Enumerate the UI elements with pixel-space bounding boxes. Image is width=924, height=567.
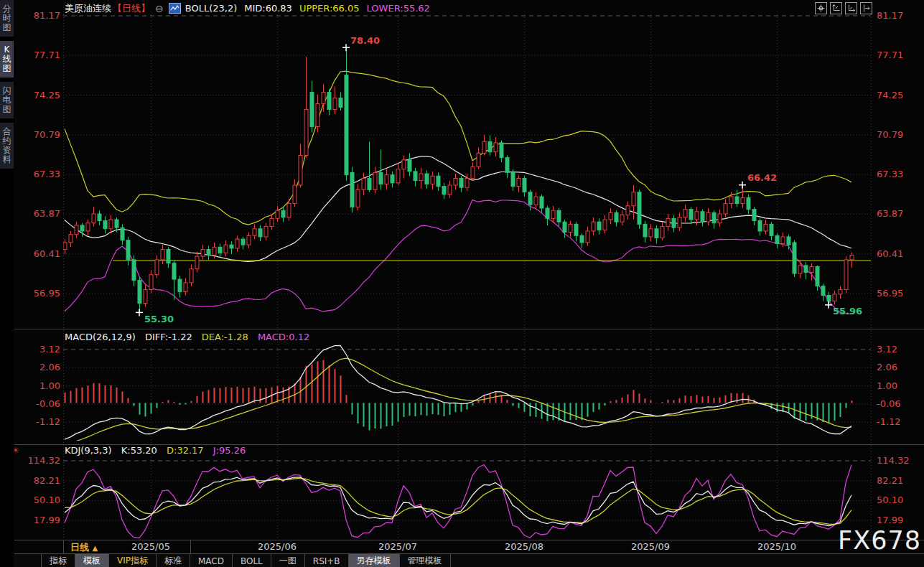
boll-label: BOLL(23,2) [185,3,238,14]
y-axis-label: 70.79 [16,129,60,141]
y-axis-label: 50.10 [16,495,60,506]
sidebar-item-timeshare-chart[interactable]: 分时图 [0,0,14,37]
right-price-axis: 81.1777.7174.2570.7967.3363.8760.4156.95… [877,0,923,540]
price-annotation: 78.40 [350,35,380,46]
tab-template[interactable]: 模板 [75,554,109,567]
period-tag: 【日线】 [113,2,150,15]
x-axis-row: 日线 ▲ 2025/052025/062025/072025/082025/09… [0,540,924,553]
kdj-label: KDJ(9,3,3) [65,445,112,456]
y-axis-label: 60.41 [877,248,923,260]
macd-label: MACD(26,12,9) [65,332,136,342]
y-axis-label: 1.00 [877,380,923,392]
sidebar-item-lightning-chart[interactable]: 闪电图 [0,82,14,118]
y-axis-label: 2.06 [16,362,60,373]
x-axis-month-label: 2025/07 [373,541,423,552]
boll-mid-value: MID:60.83 [244,3,292,14]
y-axis-label: 74.25 [16,90,60,101]
y-axis-label: 81.17 [877,10,923,22]
y-axis-label: 67.33 [877,169,923,180]
y-axis-label: 60.41 [16,248,60,260]
sidebar-item-kline-chart[interactable]: K线图 [0,41,14,78]
y-axis-label: 70.79 [877,129,923,141]
x-axis-month-label: 2025/05 [126,541,176,552]
tab-boll[interactable]: BOLL [233,554,271,567]
chart-type-icon[interactable] [169,3,181,14]
y-axis-label: 63.87 [16,208,60,220]
tab-standard[interactable]: 标准 [157,554,190,567]
y-axis-label: -0.06 [16,398,60,410]
x-axis-month-label: 2025/08 [499,541,549,552]
tab-vip-indicator[interactable]: VIP指标 [109,554,157,567]
y-axis-label: 56.95 [16,288,60,299]
watermark: FX678 [838,526,921,555]
price-annotation: 55.30 [144,314,174,324]
y-axis-label: -0.06 [877,398,923,410]
y-axis-label: 2.06 [877,362,923,373]
y-axis-label: -1.12 [16,416,60,428]
tab-manage-template[interactable]: 管理模板 [400,554,451,567]
left-price-axis: 81.1777.7174.2570.7967.3363.8760.4156.95… [16,0,60,540]
tab-indicator[interactable]: 指标 [41,554,75,567]
y-axis-label: 63.87 [877,208,923,220]
price-annotation: 66.42 [747,172,777,183]
kdj-d-value: D:32.17 [167,445,204,456]
period-selector[interactable]: 日线 ▲ [70,541,98,554]
y-axis-label: 1.00 [16,380,60,392]
pan-right-icon[interactable] [860,2,872,14]
x-axis-month-label: 2025/06 [252,541,302,552]
tab-save-template[interactable]: 另存模板 [349,554,400,567]
tab-macd[interactable]: MACD [190,554,233,567]
boll-upper-value: UPPER:66.05 [299,3,360,14]
chart-header: 美原油连续 【日线】 ⊖ BOLL(23,2) MID:60.83 UPPER:… [65,2,430,14]
axis-zoom-in-icon[interactable] [830,2,842,14]
boll-lower-value: LOWER:55.62 [367,3,430,14]
y-axis-label: 3.12 [16,344,60,355]
y-axis-label: 56.95 [877,288,923,299]
axis-zoom-out-icon[interactable] [845,2,857,14]
y-axis-label: 114.32 [877,455,923,467]
y-axis-label: 3.12 [877,344,923,355]
y-axis-label: 82.21 [877,475,923,487]
crosshair-icon[interactable] [815,2,827,14]
macd-macd-value: MACD:0.12 [258,332,309,342]
chart-type-sidebar: 分时图K线图闪电图合约资料 [0,0,14,567]
chart-canvas[interactable]: 78.4055.3066.4255.96 [0,0,924,567]
collapse-icon[interactable]: ⊖ [155,3,164,14]
kdj-pane-header: KDJ(9,3,3) K:53.20 D:32.17 J:95.26 [65,445,246,456]
price-annotation: 55.96 [833,306,862,317]
macd-pane-header: MACD(26,12,9) DIFF:-1.22 DEA:-1.28 MACD:… [65,332,309,342]
y-axis-label: 81.17 [16,10,60,22]
y-axis-label: 67.33 [16,169,60,180]
y-axis-label: 50.10 [877,495,923,506]
x-axis-month-label: 2025/10 [752,541,802,552]
instrument-title: 美原油连续 [65,2,111,15]
y-axis-label: 77.71 [16,50,60,61]
chart-app: 78.4055.3066.4255.96 分时图K线图闪电图合约资料 美原油连续… [0,0,924,567]
kdj-k-value: K:53.20 [121,445,157,456]
x-axis-month-label: 2025/09 [625,541,676,552]
macd-diff-value: DIFF:-1.22 [145,332,192,342]
bottom-tab-bar: 指标模板VIP指标标准MACDBOLL一图RSI+B另存模板管理模板 [0,554,924,567]
y-axis-label: 17.99 [877,515,923,526]
y-axis-label: 77.71 [877,50,923,61]
period-arrow-icon: ▲ [93,544,98,552]
kdj-j-value: J:95.26 [213,445,246,456]
sidebar-item-contract-info[interactable]: 合约资料 [0,123,14,169]
tab-rsi-b[interactable]: RSI+B [305,554,349,567]
y-axis-label: 114.32 [16,455,60,467]
y-axis-label: 74.25 [877,90,923,101]
y-axis-label: 82.21 [16,475,60,487]
period-label: 日线 [70,542,89,553]
y-axis-label: -1.12 [877,416,923,428]
y-axis-label: 17.99 [16,515,60,526]
tab-one-chart[interactable]: 一图 [271,554,305,567]
chart-toolbar [815,2,872,14]
macd-dea-value: DEA:-1.28 [202,332,248,342]
